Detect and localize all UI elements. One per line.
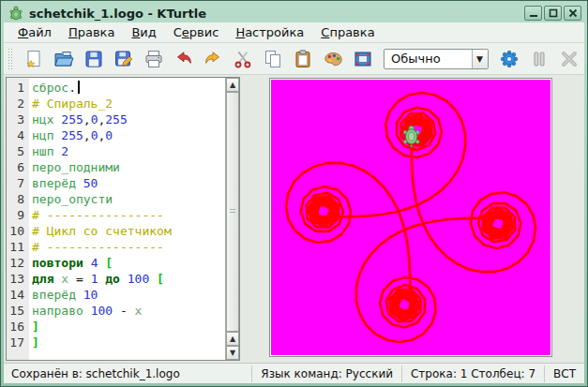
open-file-button[interactable] xyxy=(50,46,79,72)
line-text: ] xyxy=(29,319,39,335)
undo-button[interactable] xyxy=(169,46,198,72)
line-text: # Цикл со счетчиком xyxy=(29,223,172,239)
redo-button[interactable] xyxy=(199,46,228,72)
line-number: 5 xyxy=(7,143,29,159)
run-speed-select[interactable]: Обычно▼ xyxy=(384,49,488,69)
toolbar: Обычно▼ xyxy=(4,43,584,75)
code-editor[interactable]: 1сброс.2# Спираль_23нцх 255,0,2554нцп 25… xyxy=(6,77,240,361)
code-line-2[interactable]: 2# Спираль_2 xyxy=(7,96,225,112)
print-icon xyxy=(143,49,164,69)
run-button[interactable] xyxy=(495,46,524,72)
code-line-7[interactable]: 7вперёд 50 xyxy=(7,175,225,191)
fullscreen-button[interactable] xyxy=(348,46,377,72)
undo-icon xyxy=(173,49,194,69)
cut-icon xyxy=(233,49,253,69)
code-line-16[interactable]: 16] xyxy=(7,319,225,335)
cut-button[interactable] xyxy=(229,46,258,72)
line-text: направо 100 - x xyxy=(29,303,142,319)
line-number: 13 xyxy=(7,271,29,287)
menu-3[interactable]: Вид xyxy=(123,23,164,41)
line-number: 9 xyxy=(7,207,29,223)
close-button[interactable] xyxy=(564,6,581,21)
new-file-button[interactable] xyxy=(20,46,49,72)
line-number: 1 xyxy=(7,80,29,96)
line-text: вперёд 50 xyxy=(29,175,98,191)
copy-button[interactable] xyxy=(259,46,288,72)
line-text: перо_подними xyxy=(29,159,120,175)
line-number: 3 xyxy=(7,112,29,127)
code-line-11[interactable]: 11# ---------------- xyxy=(7,239,225,255)
stop-button xyxy=(554,46,583,72)
maximize-icon xyxy=(549,8,558,18)
menu-2[interactable]: Правка xyxy=(60,23,123,41)
menu-6[interactable]: Справка xyxy=(312,23,383,41)
maximize-button[interactable] xyxy=(544,6,562,21)
status-saved-text: Сохранён в: schetchik_1.logo xyxy=(4,367,251,380)
kturtle-window: schetchik_1.logo - KTurtle ФайлПравкаВид… xyxy=(0,0,588,387)
menu-1[interactable]: Файл xyxy=(9,23,60,41)
line-number: 7 xyxy=(7,175,29,191)
line-number: 11 xyxy=(7,239,29,255)
code-line-3[interactable]: 3нцх 255,0,255 xyxy=(7,112,225,127)
scroll-up2-icon[interactable]: ▲ xyxy=(226,332,239,346)
paste-button[interactable] xyxy=(289,46,318,72)
code-line-4[interactable]: 4нцп 255,0,0 xyxy=(7,127,225,143)
save-as-button[interactable] xyxy=(110,46,139,72)
line-text: вперёд 10 xyxy=(29,287,98,303)
save-icon xyxy=(83,49,104,69)
minimize-icon xyxy=(529,8,538,18)
line-number: 16 xyxy=(7,319,29,335)
line-text: сброс. xyxy=(29,80,80,96)
text-cursor xyxy=(78,81,80,94)
line-text: повтори 4 [ xyxy=(29,255,113,271)
code-line-13[interactable]: 13для x = 1 до 100 [ xyxy=(7,271,225,287)
line-text: ншп 2 xyxy=(29,143,68,159)
save-button[interactable] xyxy=(80,46,109,72)
titlebar[interactable]: schetchik_1.logo - KTurtle xyxy=(4,4,584,22)
window-title: schetchik_1.logo - KTurtle xyxy=(29,7,522,21)
line-number: 12 xyxy=(7,255,29,271)
code-line-14[interactable]: 14вперёд 10 xyxy=(7,287,225,303)
line-text: # Спираль_2 xyxy=(29,96,113,112)
toolbar-drag-handle[interactable] xyxy=(8,48,13,70)
colors-icon xyxy=(323,49,343,69)
code-line-12[interactable]: 12повтори 4 [ xyxy=(7,255,225,271)
editor-text-area[interactable]: 1сброс.2# Спираль_23нцх 255,0,2554нцп 25… xyxy=(7,78,225,360)
statusbar: Сохранён в: schetchik_1.logo Язык команд… xyxy=(4,363,584,383)
menu-4[interactable]: Сервис xyxy=(165,23,228,41)
pause-button xyxy=(524,46,553,72)
line-text: # ---------------- xyxy=(29,207,164,223)
status-language: Язык команд: Русский xyxy=(251,365,401,382)
new-file-icon xyxy=(23,49,44,69)
combo-dropdown-arrow-icon[interactable]: ▼ xyxy=(472,50,488,68)
turtle-canvas-frame xyxy=(269,78,552,357)
scrollbar-thumb[interactable] xyxy=(226,92,239,332)
code-line-6[interactable]: 6перо_подними xyxy=(7,159,225,175)
code-line-5[interactable]: 5ншп 2 xyxy=(7,143,225,159)
minimize-button[interactable] xyxy=(524,6,542,21)
line-number: 4 xyxy=(7,127,29,143)
pause-icon xyxy=(529,49,550,69)
code-line-9[interactable]: 9# ---------------- xyxy=(7,207,225,223)
line-number: 2 xyxy=(7,96,29,112)
scroll-down-icon[interactable]: ▼ xyxy=(226,346,239,360)
redo-icon xyxy=(203,49,223,69)
colors-button[interactable] xyxy=(318,46,347,72)
menu-5[interactable]: Настройка xyxy=(227,23,312,41)
scroll-up-icon[interactable]: ▲ xyxy=(226,78,239,92)
line-number: 6 xyxy=(7,159,29,175)
line-number: 10 xyxy=(7,223,29,239)
status-cursor-position: Строка: 1 Столбец: 7 xyxy=(401,365,544,382)
turtle-app-icon xyxy=(8,6,23,21)
code-line-17[interactable]: 17] xyxy=(7,335,225,350)
line-text: нцп 255,0,0 xyxy=(29,127,113,143)
code-line-1[interactable]: 1сброс. xyxy=(7,80,225,96)
code-line-10[interactable]: 10# Цикл со счетчиком xyxy=(7,223,225,239)
editor-scrollbar[interactable]: ▲ ▲ ▼ xyxy=(225,78,239,360)
turtle-canvas xyxy=(271,80,550,355)
code-line-15[interactable]: 15направо 100 - x xyxy=(7,303,225,319)
run-icon xyxy=(499,49,520,69)
menubar: ФайлПравкаВидСервисНастройкаСправка xyxy=(4,22,584,43)
code-line-8[interactable]: 8перо_опусти xyxy=(7,191,225,207)
print-button[interactable] xyxy=(139,46,168,72)
